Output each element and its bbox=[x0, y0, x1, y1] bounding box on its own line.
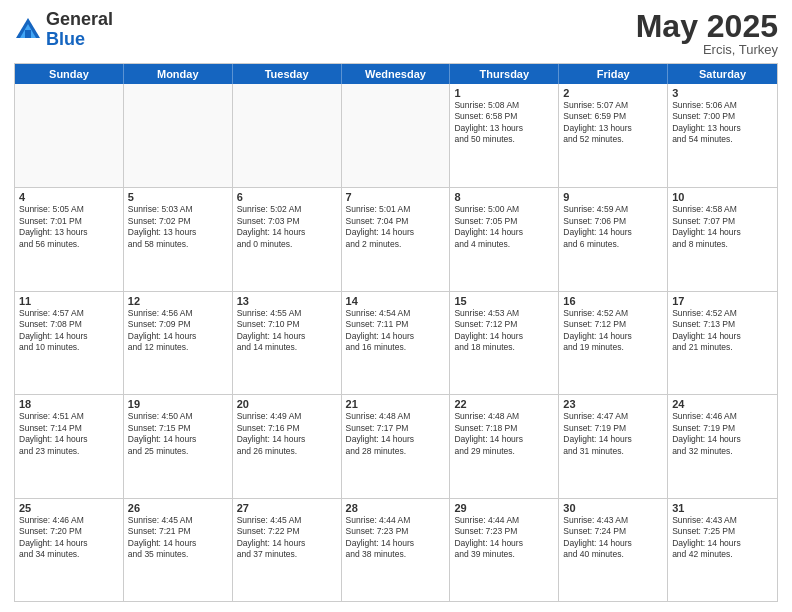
day-number: 6 bbox=[237, 191, 337, 203]
calendar-body: 1Sunrise: 5:08 AM Sunset: 6:58 PM Daylig… bbox=[15, 84, 777, 601]
day-number: 21 bbox=[346, 398, 446, 410]
day-number: 31 bbox=[672, 502, 773, 514]
cal-cell: 29Sunrise: 4:44 AM Sunset: 7:23 PM Dayli… bbox=[450, 499, 559, 601]
day-number: 16 bbox=[563, 295, 663, 307]
header-cell-sunday: Sunday bbox=[15, 64, 124, 84]
week-row-2: 11Sunrise: 4:57 AM Sunset: 7:08 PM Dayli… bbox=[15, 291, 777, 394]
cell-info: Sunrise: 4:45 AM Sunset: 7:22 PM Dayligh… bbox=[237, 515, 337, 561]
cell-info: Sunrise: 4:43 AM Sunset: 7:25 PM Dayligh… bbox=[672, 515, 773, 561]
cal-cell: 18Sunrise: 4:51 AM Sunset: 7:14 PM Dayli… bbox=[15, 395, 124, 497]
cal-cell: 28Sunrise: 4:44 AM Sunset: 7:23 PM Dayli… bbox=[342, 499, 451, 601]
cell-info: Sunrise: 4:53 AM Sunset: 7:12 PM Dayligh… bbox=[454, 308, 554, 354]
cal-cell: 13Sunrise: 4:55 AM Sunset: 7:10 PM Dayli… bbox=[233, 292, 342, 394]
day-number: 23 bbox=[563, 398, 663, 410]
logo-icon bbox=[14, 16, 42, 44]
month-title: May 2025 bbox=[636, 10, 778, 42]
calendar-page: General Blue May 2025 Ercis, Turkey Sund… bbox=[0, 0, 792, 612]
cal-cell bbox=[15, 84, 124, 187]
cell-info: Sunrise: 4:48 AM Sunset: 7:18 PM Dayligh… bbox=[454, 411, 554, 457]
cal-cell: 15Sunrise: 4:53 AM Sunset: 7:12 PM Dayli… bbox=[450, 292, 559, 394]
cal-cell: 2Sunrise: 5:07 AM Sunset: 6:59 PM Daylig… bbox=[559, 84, 668, 187]
logo-general: General bbox=[46, 9, 113, 29]
cal-cell bbox=[342, 84, 451, 187]
week-row-3: 18Sunrise: 4:51 AM Sunset: 7:14 PM Dayli… bbox=[15, 394, 777, 497]
day-number: 2 bbox=[563, 87, 663, 99]
cal-cell bbox=[124, 84, 233, 187]
cell-info: Sunrise: 4:44 AM Sunset: 7:23 PM Dayligh… bbox=[346, 515, 446, 561]
cell-info: Sunrise: 4:57 AM Sunset: 7:08 PM Dayligh… bbox=[19, 308, 119, 354]
header-cell-monday: Monday bbox=[124, 64, 233, 84]
day-number: 1 bbox=[454, 87, 554, 99]
cell-info: Sunrise: 4:49 AM Sunset: 7:16 PM Dayligh… bbox=[237, 411, 337, 457]
cell-info: Sunrise: 4:55 AM Sunset: 7:10 PM Dayligh… bbox=[237, 308, 337, 354]
day-number: 27 bbox=[237, 502, 337, 514]
day-number: 24 bbox=[672, 398, 773, 410]
cal-cell: 6Sunrise: 5:02 AM Sunset: 7:03 PM Daylig… bbox=[233, 188, 342, 290]
cell-info: Sunrise: 4:59 AM Sunset: 7:06 PM Dayligh… bbox=[563, 204, 663, 250]
cell-info: Sunrise: 5:07 AM Sunset: 6:59 PM Dayligh… bbox=[563, 100, 663, 146]
location: Ercis, Turkey bbox=[636, 42, 778, 57]
cal-cell: 3Sunrise: 5:06 AM Sunset: 7:00 PM Daylig… bbox=[668, 84, 777, 187]
day-number: 10 bbox=[672, 191, 773, 203]
cell-info: Sunrise: 4:46 AM Sunset: 7:20 PM Dayligh… bbox=[19, 515, 119, 561]
cal-cell: 19Sunrise: 4:50 AM Sunset: 7:15 PM Dayli… bbox=[124, 395, 233, 497]
cal-cell: 1Sunrise: 5:08 AM Sunset: 6:58 PM Daylig… bbox=[450, 84, 559, 187]
week-row-1: 4Sunrise: 5:05 AM Sunset: 7:01 PM Daylig… bbox=[15, 187, 777, 290]
title-block: May 2025 Ercis, Turkey bbox=[636, 10, 778, 57]
cal-cell: 26Sunrise: 4:45 AM Sunset: 7:21 PM Dayli… bbox=[124, 499, 233, 601]
day-number: 5 bbox=[128, 191, 228, 203]
week-row-4: 25Sunrise: 4:46 AM Sunset: 7:20 PM Dayli… bbox=[15, 498, 777, 601]
day-number: 12 bbox=[128, 295, 228, 307]
cal-cell: 9Sunrise: 4:59 AM Sunset: 7:06 PM Daylig… bbox=[559, 188, 668, 290]
cal-cell: 8Sunrise: 5:00 AM Sunset: 7:05 PM Daylig… bbox=[450, 188, 559, 290]
cell-info: Sunrise: 4:44 AM Sunset: 7:23 PM Dayligh… bbox=[454, 515, 554, 561]
cal-cell: 16Sunrise: 4:52 AM Sunset: 7:12 PM Dayli… bbox=[559, 292, 668, 394]
header-cell-thursday: Thursday bbox=[450, 64, 559, 84]
day-number: 28 bbox=[346, 502, 446, 514]
cal-cell: 23Sunrise: 4:47 AM Sunset: 7:19 PM Dayli… bbox=[559, 395, 668, 497]
cell-info: Sunrise: 5:05 AM Sunset: 7:01 PM Dayligh… bbox=[19, 204, 119, 250]
cell-info: Sunrise: 4:46 AM Sunset: 7:19 PM Dayligh… bbox=[672, 411, 773, 457]
cal-cell: 27Sunrise: 4:45 AM Sunset: 7:22 PM Dayli… bbox=[233, 499, 342, 601]
cal-cell: 22Sunrise: 4:48 AM Sunset: 7:18 PM Dayli… bbox=[450, 395, 559, 497]
day-number: 29 bbox=[454, 502, 554, 514]
cal-cell: 31Sunrise: 4:43 AM Sunset: 7:25 PM Dayli… bbox=[668, 499, 777, 601]
header-cell-tuesday: Tuesday bbox=[233, 64, 342, 84]
day-number: 17 bbox=[672, 295, 773, 307]
day-number: 26 bbox=[128, 502, 228, 514]
cal-cell: 14Sunrise: 4:54 AM Sunset: 7:11 PM Dayli… bbox=[342, 292, 451, 394]
cal-cell: 21Sunrise: 4:48 AM Sunset: 7:17 PM Dayli… bbox=[342, 395, 451, 497]
day-number: 15 bbox=[454, 295, 554, 307]
cell-info: Sunrise: 5:00 AM Sunset: 7:05 PM Dayligh… bbox=[454, 204, 554, 250]
day-number: 8 bbox=[454, 191, 554, 203]
day-number: 7 bbox=[346, 191, 446, 203]
header-cell-wednesday: Wednesday bbox=[342, 64, 451, 84]
week-row-0: 1Sunrise: 5:08 AM Sunset: 6:58 PM Daylig… bbox=[15, 84, 777, 187]
day-number: 13 bbox=[237, 295, 337, 307]
day-number: 11 bbox=[19, 295, 119, 307]
cal-cell: 24Sunrise: 4:46 AM Sunset: 7:19 PM Dayli… bbox=[668, 395, 777, 497]
cal-cell: 11Sunrise: 4:57 AM Sunset: 7:08 PM Dayli… bbox=[15, 292, 124, 394]
cell-info: Sunrise: 4:52 AM Sunset: 7:13 PM Dayligh… bbox=[672, 308, 773, 354]
header-cell-friday: Friday bbox=[559, 64, 668, 84]
day-number: 4 bbox=[19, 191, 119, 203]
calendar: SundayMondayTuesdayWednesdayThursdayFrid… bbox=[14, 63, 778, 602]
cal-cell: 7Sunrise: 5:01 AM Sunset: 7:04 PM Daylig… bbox=[342, 188, 451, 290]
cell-info: Sunrise: 4:56 AM Sunset: 7:09 PM Dayligh… bbox=[128, 308, 228, 354]
cell-info: Sunrise: 4:43 AM Sunset: 7:24 PM Dayligh… bbox=[563, 515, 663, 561]
cal-cell: 20Sunrise: 4:49 AM Sunset: 7:16 PM Dayli… bbox=[233, 395, 342, 497]
logo: General Blue bbox=[14, 10, 113, 50]
cal-cell: 30Sunrise: 4:43 AM Sunset: 7:24 PM Dayli… bbox=[559, 499, 668, 601]
logo-text: General Blue bbox=[46, 10, 113, 50]
cell-info: Sunrise: 4:47 AM Sunset: 7:19 PM Dayligh… bbox=[563, 411, 663, 457]
cal-cell bbox=[233, 84, 342, 187]
cell-info: Sunrise: 5:03 AM Sunset: 7:02 PM Dayligh… bbox=[128, 204, 228, 250]
logo-blue: Blue bbox=[46, 29, 85, 49]
cal-cell: 10Sunrise: 4:58 AM Sunset: 7:07 PM Dayli… bbox=[668, 188, 777, 290]
cell-info: Sunrise: 5:08 AM Sunset: 6:58 PM Dayligh… bbox=[454, 100, 554, 146]
cell-info: Sunrise: 4:58 AM Sunset: 7:07 PM Dayligh… bbox=[672, 204, 773, 250]
cell-info: Sunrise: 4:54 AM Sunset: 7:11 PM Dayligh… bbox=[346, 308, 446, 354]
header-cell-saturday: Saturday bbox=[668, 64, 777, 84]
cell-info: Sunrise: 4:51 AM Sunset: 7:14 PM Dayligh… bbox=[19, 411, 119, 457]
cell-info: Sunrise: 4:52 AM Sunset: 7:12 PM Dayligh… bbox=[563, 308, 663, 354]
